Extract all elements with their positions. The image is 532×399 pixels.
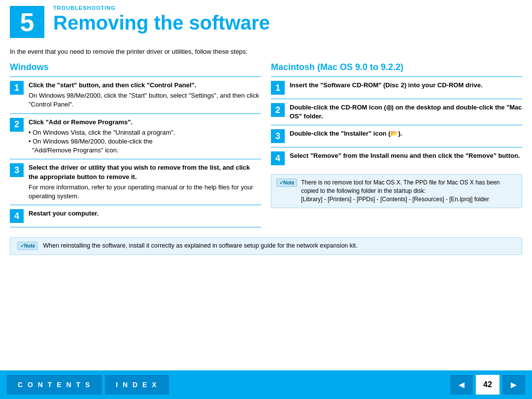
windows-step-2: 2 Click "Add or Remove Programs". • On W… — [10, 113, 261, 159]
windows-step-1-normal: On Windows 98/Me/2000, click the "Start"… — [29, 91, 261, 109]
bottom-note-text: When reinstalling the software, install … — [43, 242, 358, 251]
mac-step-1: 1 Insert the "Software CD-ROM" (Disc 2) … — [271, 76, 522, 99]
page-title: Removing the software — [53, 12, 270, 34]
mac-step-2-content: Double-click the CD-ROM icon (◎) on the … — [290, 103, 522, 121]
mac-note-icon: ✓Note — [276, 179, 297, 187]
two-columns: Windows 1 Click the "start" button, and … — [10, 62, 522, 227]
footer: C O N T E N T S I N D E X ◄ 42 ► — [0, 370, 532, 399]
macintosh-column: Macintosh (Mac OS 9.0 to 9.2.2) 1 Insert… — [271, 62, 522, 227]
intro-text: In the event that you need to remove the… — [10, 48, 522, 55]
windows-step-4-content: Restart your computer. — [29, 209, 261, 218]
windows-step-2-number: 2 — [10, 118, 24, 132]
windows-step-1-content: Click the "start" button, and then click… — [29, 81, 261, 109]
windows-step-2-normal: • On Windows Vista, click the "Uninstall… — [29, 128, 261, 155]
windows-section-title: Windows — [10, 62, 261, 73]
windows-column: Windows 1 Click the "start" button, and … — [10, 62, 261, 227]
windows-step-4: 4 Restart your computer. — [10, 205, 261, 227]
mac-step-2: 2 Double-click the CD-ROM icon (◎) on th… — [271, 99, 522, 125]
mac-step-3-bold: Double-click the "Installer" icon (📂). — [290, 130, 402, 137]
windows-step-4-bold: Restart your computer. — [29, 210, 99, 217]
page-header: 5 TROUBLESHOOTING Removing the software — [0, 0, 532, 42]
mac-step-1-bold: Insert the "Software CD-ROM" (Disc 2) in… — [290, 81, 483, 89]
mac-step-4: 4 Select "Remove" from the Install menu … — [271, 147, 522, 169]
windows-step-3-normal: For more information, refer to your oper… — [29, 183, 261, 201]
windows-step-4-number: 4 — [10, 209, 24, 223]
contents-button[interactable]: C O N T E N T S — [7, 375, 102, 395]
bottom-note-icon: ✓Note — [17, 242, 38, 250]
mac-step-3-content: Double-click the "Installer" icon (📂). — [290, 129, 522, 138]
index-button[interactable]: I N D E X — [105, 375, 168, 395]
mac-step-3-number: 3 — [271, 129, 285, 143]
windows-step-1: 1 Click the "start" button, and then cli… — [10, 76, 261, 113]
windows-step-1-number: 1 — [10, 81, 24, 95]
windows-step-2-bold: Click "Add or Remove Programs". — [29, 118, 133, 126]
mac-step-3: 3 Double-click the "Installer" icon (📂). — [271, 125, 522, 147]
mac-note-text: There is no remove tool for Mac OS X. Th… — [301, 179, 517, 203]
windows-step-3-content: Select the driver or utility that you wi… — [29, 163, 261, 201]
bottom-note: ✓Note When reinstalling the software, in… — [10, 237, 522, 255]
mac-step-4-number: 4 — [271, 151, 285, 165]
chapter-number: 5 — [10, 6, 44, 38]
windows-step-3-bold: Select the driver or utility that you wi… — [29, 164, 250, 180]
mac-step-4-content: Select "Remove" from the Install menu an… — [290, 151, 522, 160]
macintosh-section-title: Macintosh (Mac OS 9.0 to 9.2.2) — [271, 62, 522, 73]
prev-page-button[interactable]: ◄ — [450, 375, 473, 395]
troubleshooting-label: TROUBLESHOOTING — [53, 5, 270, 11]
windows-step-2-content: Click "Add or Remove Programs". • On Win… — [29, 118, 261, 155]
windows-step-3: 3 Select the driver or utility that you … — [10, 159, 261, 205]
windows-step-1-bold: Click the "start" button, and then click… — [29, 81, 196, 89]
page-number: 42 — [476, 375, 499, 395]
mac-step-4-bold: Select "Remove" from the Install menu an… — [290, 152, 520, 159]
mac-note-box: ✓Note There is no remove tool for Mac OS… — [271, 174, 522, 208]
mac-step-2-number: 2 — [271, 103, 285, 117]
main-content: In the event that you need to remove the… — [0, 42, 532, 231]
windows-step-3-number: 3 — [10, 163, 24, 177]
mac-step-2-bold: Double-click the CD-ROM icon (◎) on the … — [290, 104, 522, 120]
mac-step-1-content: Insert the "Software CD-ROM" (Disc 2) in… — [290, 81, 522, 90]
mac-step-1-number: 1 — [271, 81, 285, 95]
next-page-button[interactable]: ► — [502, 375, 525, 395]
header-text: TROUBLESHOOTING Removing the software — [53, 5, 270, 34]
